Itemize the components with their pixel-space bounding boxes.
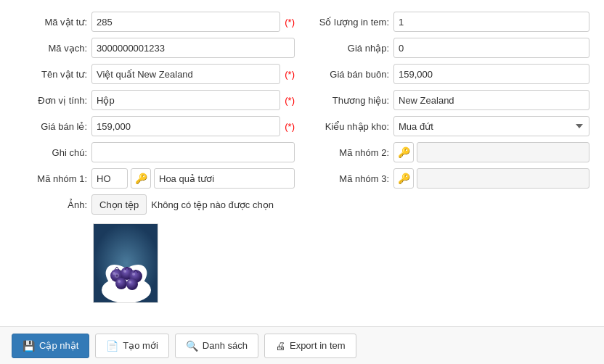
gia-nhap-input[interactable] bbox=[393, 38, 589, 58]
anh-row: Ảnh: Chọn tệp Không có tệp nào được chọn bbox=[15, 194, 295, 215]
ghi-chu-row: Ghi chú: bbox=[15, 142, 295, 162]
svg-point-5 bbox=[116, 275, 118, 277]
danh-sach-label: Danh sách bbox=[203, 340, 248, 351]
export-in-tem-button[interactable]: 🖨 Export in tem bbox=[264, 334, 356, 358]
ma-nhom1-code-input[interactable] bbox=[91, 168, 128, 189]
export-in-tem-label: Export in tem bbox=[290, 340, 346, 351]
save-icon: 💾 bbox=[23, 340, 35, 352]
anh-label: Ảnh: bbox=[15, 199, 87, 210]
cap-nhat-button[interactable]: 💾 Cập nhật bbox=[12, 334, 89, 358]
don-vi-tinh-required: (*) bbox=[285, 95, 295, 106]
ma-nhom2-search-button[interactable]: 🔑 bbox=[393, 142, 414, 162]
don-vi-tinh-input[interactable] bbox=[91, 90, 280, 110]
export-icon: 🖨 bbox=[275, 340, 285, 352]
gia-ban-buon-row: Giá bán buôn: bbox=[309, 64, 589, 84]
ma-nhom2-label: Mã nhóm 2: bbox=[309, 147, 389, 158]
no-file-label: Không có tệp nào được chọn bbox=[151, 199, 274, 210]
don-vi-tinh-row: Đơn vị tính: (*) bbox=[15, 90, 295, 110]
svg-point-13 bbox=[128, 281, 131, 284]
cap-nhat-label: Cập nhật bbox=[39, 340, 78, 351]
ma-nhom3-row: Mã nhóm 3: 🔑 bbox=[309, 168, 589, 189]
ma-nhom1-label: Mã nhóm 1: bbox=[15, 173, 87, 184]
ma-nhom3-search-button[interactable]: 🔑 bbox=[393, 168, 414, 189]
so-luong-in-tem-label: Số lượng in tem: bbox=[309, 17, 389, 28]
choose-file-button[interactable]: Chọn tệp bbox=[91, 194, 147, 215]
svg-point-4 bbox=[113, 272, 115, 275]
ma-vach-input[interactable] bbox=[91, 38, 295, 58]
search-key-icon-3: 🔑 bbox=[398, 173, 410, 184]
so-luong-in-tem-row: Số lượng in tem: bbox=[309, 12, 589, 32]
thuong-hieu-row: Thương hiệu: bbox=[309, 90, 589, 110]
kieu-nhap-kho-row: Kiểu nhập kho: Mua đứt Ký gửi Khác bbox=[309, 116, 589, 136]
kieu-nhap-kho-label: Kiểu nhập kho: bbox=[309, 121, 389, 132]
tao-moi-label: Tạo mới bbox=[123, 340, 158, 351]
svg-point-11 bbox=[118, 280, 121, 283]
thuong-hieu-label: Thương hiệu: bbox=[309, 95, 389, 106]
gia-nhap-label: Giá nhập: bbox=[309, 43, 389, 54]
gia-ban-le-row: Giá bán lẻ: (*) bbox=[15, 116, 295, 136]
ma-vat-tu-input[interactable] bbox=[91, 12, 280, 32]
so-luong-in-tem-input[interactable] bbox=[393, 12, 589, 32]
ma-nhom3-name-input[interactable] bbox=[417, 168, 589, 189]
ten-vat-tu-input[interactable] bbox=[91, 64, 280, 84]
ma-nhom2-row: Mã nhóm 2: 🔑 bbox=[309, 142, 589, 162]
svg-point-7 bbox=[123, 270, 126, 273]
ma-vat-tu-row: Mã vật tư: (*) bbox=[15, 12, 295, 32]
gia-nhap-row: Giá nhập: bbox=[309, 38, 589, 58]
thuong-hieu-input[interactable] bbox=[393, 90, 589, 110]
gia-ban-buon-input[interactable] bbox=[393, 64, 589, 84]
don-vi-tinh-label: Đơn vị tính: bbox=[15, 95, 87, 106]
ma-nhom1-name-input[interactable] bbox=[154, 168, 295, 189]
ma-nhom2-name-input[interactable] bbox=[417, 142, 589, 162]
gia-ban-buon-label: Giá bán buôn: bbox=[309, 69, 389, 80]
footer: 💾 Cập nhật 📄 Tạo mới 🔍 Danh sách 🖨 Expor… bbox=[0, 326, 604, 364]
gia-ban-le-label: Giá bán lẻ: bbox=[15, 121, 87, 132]
gia-ban-le-input[interactable] bbox=[91, 116, 280, 136]
ten-vat-tu-label: Tên vật tư: bbox=[15, 69, 87, 80]
ghi-chu-label: Ghi chú: bbox=[15, 147, 87, 158]
ghi-chu-input[interactable] bbox=[91, 142, 295, 162]
kieu-nhap-kho-select[interactable]: Mua đứt Ký gửi Khác bbox=[393, 116, 589, 136]
left-column: Mã vật tư: (*) Mã vạch: Tên vật tư: (*) … bbox=[15, 12, 295, 319]
right-column: Số lượng in tem: Giá nhập: Giá bán buôn:… bbox=[309, 12, 589, 319]
search-key-icon-2: 🔑 bbox=[398, 146, 410, 158]
new-icon: 📄 bbox=[106, 340, 118, 352]
blueberry-image bbox=[94, 223, 158, 303]
danh-sach-button[interactable]: 🔍 Danh sách bbox=[175, 334, 258, 358]
svg-point-12 bbox=[126, 278, 138, 290]
ma-vach-row: Mã vạch: bbox=[15, 38, 295, 58]
image-preview bbox=[93, 223, 158, 303]
tao-moi-button[interactable]: 📄 Tạo mới bbox=[95, 334, 169, 358]
ma-vach-label: Mã vạch: bbox=[15, 43, 87, 54]
ma-vat-tu-required: (*) bbox=[285, 17, 295, 28]
ten-vat-tu-row: Tên vật tư: (*) bbox=[15, 64, 295, 84]
ten-vat-tu-required: (*) bbox=[285, 69, 295, 80]
ma-nhom3-label: Mã nhóm 3: bbox=[309, 173, 389, 184]
svg-point-10 bbox=[115, 278, 127, 289]
gia-ban-le-required: (*) bbox=[285, 121, 295, 132]
ma-nhom1-search-button[interactable]: 🔑 bbox=[131, 168, 151, 189]
ma-vat-tu-label: Mã vật tư: bbox=[15, 17, 87, 28]
list-icon: 🔍 bbox=[186, 340, 198, 352]
ma-nhom1-row: Mã nhóm 1: 🔑 bbox=[15, 168, 295, 189]
search-key-icon: 🔑 bbox=[135, 173, 147, 184]
svg-point-9 bbox=[132, 273, 135, 276]
